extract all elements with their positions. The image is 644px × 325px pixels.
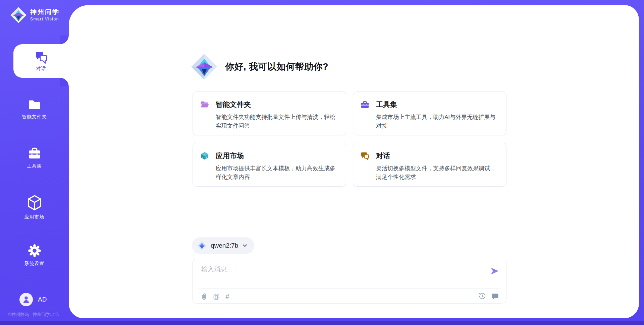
chevron-down-icon (242, 243, 248, 248)
chat-bubbles-icon (35, 50, 48, 64)
avatar (19, 293, 33, 306)
app-name: 神州问学 (30, 9, 60, 16)
card-description: 应用市场提供丰富长文本模板，助力高效生成多样化文章内容 (216, 164, 337, 181)
sidebar-item-label: 对话 (36, 66, 46, 72)
composer-divider (199, 288, 500, 289)
mention-icon[interactable]: @ (213, 293, 220, 300)
user-initials: AD (38, 296, 47, 303)
card-smart-folder[interactable]: 智能文件夹 智能文件夹功能支持批量文件上传与清洗，轻松实现文件问答 (193, 91, 346, 135)
tab-fillet-bottom (60, 78, 69, 86)
copyright-text: ©神州数码 · 神州问学出品 (0, 312, 67, 318)
sidebar-item-label: 系统设置 (24, 261, 45, 267)
greeting-block: 你好, 我可以如何帮助你? (191, 53, 328, 80)
bottom-strip (0, 321, 644, 325)
cube-grid-icon (200, 151, 209, 160)
sidebar-item-settings[interactable]: 系统设置 (0, 244, 69, 267)
chat-bubble-icon (361, 151, 369, 160)
card-description: 集成市场上主流工具，助力AI与外界无缝扩展与对接 (376, 113, 497, 130)
sidebar-item-smart-folder[interactable]: 智能文件夹 (0, 99, 69, 120)
toolbox-icon (28, 147, 42, 160)
brand-diamond-icon (191, 53, 218, 80)
folder-icon (28, 99, 42, 111)
sidebar-item-toolset[interactable]: 工具集 (0, 147, 69, 169)
app-window: 你好, 我可以如何帮助你? 智能文件夹 智能文件夹功能支持批量文件上传与清洗，轻… (0, 0, 644, 325)
card-title: 对话 (376, 151, 390, 160)
toolbox-icon (361, 100, 369, 109)
composer-right-tools (479, 292, 499, 300)
card-description: 灵活切换多模型文件，支持多样回复效果调试，满足个性化需求 (376, 164, 497, 181)
model-selector[interactable]: qwen2:7b (192, 237, 254, 254)
history-icon[interactable] (479, 292, 486, 300)
card-chat[interactable]: 对话 灵活切换多模型文件，支持多样回复效果调试，满足个性化需求 (353, 143, 506, 187)
person-icon (22, 296, 30, 304)
user-account[interactable]: AD (19, 293, 47, 306)
brand-diamond-icon (10, 7, 27, 23)
model-logo-icon (197, 241, 207, 250)
feedback-bubble-icon[interactable] (491, 292, 499, 300)
gear-icon (28, 244, 42, 258)
card-title: 工具集 (376, 100, 397, 109)
sidebar-item-app-market[interactable]: 应用市场 (0, 194, 69, 220)
message-composer: @ # (192, 259, 506, 304)
composer-tools: @ # (201, 293, 229, 300)
app-subtitle: Smart Vision (30, 17, 60, 21)
hashtag-icon[interactable]: # (225, 293, 229, 300)
card-title: 应用市场 (216, 151, 244, 160)
folder-open-icon (200, 100, 209, 109)
sidebar: 神州问学 Smart Vision 对话 智能文件夹 (0, 0, 69, 325)
main-content-panel: 你好, 我可以如何帮助你? 智能文件夹 智能文件夹功能支持批量文件上传与清洗，轻… (69, 5, 639, 318)
paperclip-icon[interactable] (201, 293, 207, 300)
card-toolset[interactable]: 工具集 集成市场上主流工具，助力AI与外界无缝扩展与对接 (353, 91, 506, 135)
sidebar-item-chat[interactable]: 对话 (13, 44, 69, 78)
message-input[interactable] (201, 264, 480, 283)
sidebar-item-label: 智能文件夹 (22, 114, 47, 120)
send-icon[interactable] (490, 266, 499, 276)
app-logo: 神州问学 Smart Vision (10, 7, 60, 23)
tab-fillet-top (60, 36, 69, 44)
card-description: 智能文件夹功能支持批量文件上传与清洗，轻松实现文件问答 (216, 113, 337, 130)
feature-cards: 智能文件夹 智能文件夹功能支持批量文件上传与清洗，轻松实现文件问答 工具 (193, 91, 508, 187)
sidebar-item-label: 应用市场 (24, 214, 45, 220)
card-app-market[interactable]: 应用市场 应用市场提供丰富长文本模板，助力高效生成多样化文章内容 (193, 143, 346, 187)
model-name: qwen2:7b (211, 242, 238, 249)
greeting-title: 你好, 我可以如何帮助你? (225, 61, 328, 73)
sidebar-item-label: 工具集 (27, 163, 42, 169)
card-title: 智能文件夹 (216, 100, 251, 109)
cube-icon (27, 194, 42, 211)
